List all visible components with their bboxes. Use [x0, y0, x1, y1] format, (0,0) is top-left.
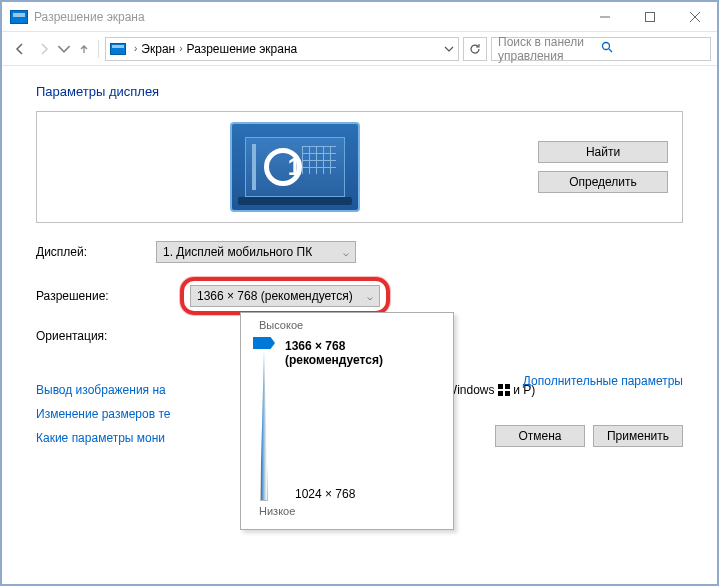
- monitor-preview-area[interactable]: 1: [51, 122, 538, 212]
- detect-button[interactable]: Определить: [538, 171, 668, 193]
- maximize-button[interactable]: [627, 2, 672, 31]
- display-select[interactable]: 1. Дисплей мобильного ПК ⌵: [156, 241, 356, 263]
- resolution-option-low[interactable]: 1024 × 768: [295, 487, 355, 501]
- highlight-ring: 1366 × 768 (рекомендуется) ⌵: [180, 277, 390, 315]
- window: Разрешение экрана ›: [1, 1, 718, 585]
- resolution-select[interactable]: 1366 × 768 (рекомендуется) ⌵: [190, 285, 380, 307]
- resolution-dropdown-popup: Высокое 1366 × 768 (рекомендуется) 1024 …: [240, 312, 454, 530]
- minimize-button[interactable]: [582, 2, 627, 31]
- nav-back-button[interactable]: [8, 37, 32, 61]
- resolution-option-recommended[interactable]: 1366 × 768 (рекомендуется): [285, 337, 441, 369]
- breadcrumb-leaf[interactable]: Разрешение экрана: [187, 42, 298, 56]
- chevron-right-icon: ›: [179, 43, 182, 54]
- window-controls: [582, 2, 717, 31]
- project-link[interactable]: Вывод изображения на: [36, 383, 166, 397]
- chevron-right-icon: ›: [134, 43, 137, 54]
- resolution-row: Разрешение: 1366 × 768 (рекомендуется) ⌵: [36, 277, 683, 315]
- display-row: Дисплей: 1. Дисплей мобильного ПК ⌵: [36, 241, 683, 263]
- display-preview-panel: 1 Найти Определить: [36, 111, 683, 223]
- search-input[interactable]: Поиск в панели управления: [491, 37, 711, 61]
- refresh-button[interactable]: [463, 37, 487, 61]
- search-placeholder: Поиск в панели управления: [498, 35, 601, 63]
- resolution-value: 1366 × 768 (рекомендуется): [197, 289, 353, 303]
- titlebar: Разрешение экрана: [2, 2, 717, 32]
- breadcrumb-root[interactable]: Экран: [141, 42, 175, 56]
- orientation-label: Ориентация:: [36, 329, 156, 343]
- nav-separator: [98, 40, 99, 58]
- advanced-link[interactable]: Дополнительные параметры: [523, 374, 683, 388]
- navbar: › Экран › Разрешение экрана Поиск в пане…: [2, 32, 717, 66]
- chevron-down-icon: ⌵: [343, 247, 349, 258]
- svg-point-4: [603, 43, 610, 50]
- monitor-number: 1: [288, 153, 301, 181]
- nav-recent-button[interactable]: [56, 37, 72, 61]
- chevron-down-icon: ⌵: [367, 291, 373, 302]
- windows-logo-icon: [498, 384, 510, 396]
- apply-button[interactable]: Применить: [593, 425, 683, 447]
- search-icon[interactable]: [601, 41, 704, 56]
- chevron-down-icon[interactable]: [444, 44, 454, 54]
- resolution-slider[interactable]: [253, 337, 275, 501]
- nav-forward-button[interactable]: [32, 37, 56, 61]
- slider-track: [260, 349, 268, 501]
- close-button[interactable]: [672, 2, 717, 31]
- svg-rect-1: [645, 12, 654, 21]
- find-button[interactable]: Найти: [538, 141, 668, 163]
- svg-line-5: [609, 49, 612, 52]
- scale-low-label: Низкое: [259, 505, 441, 517]
- nav-up-button[interactable]: [72, 37, 96, 61]
- monitor-icon: 1: [230, 122, 360, 212]
- cancel-button[interactable]: Отмена: [495, 425, 585, 447]
- address-icon: [110, 43, 126, 55]
- display-label: Дисплей:: [36, 245, 156, 259]
- address-bar[interactable]: › Экран › Разрешение экрана: [105, 37, 459, 61]
- display-settings-icon: [10, 10, 28, 24]
- window-title: Разрешение экрана: [34, 10, 582, 24]
- scale-high-label: Высокое: [259, 319, 441, 331]
- dialog-footer: Отмена Применить: [495, 425, 683, 447]
- resolution-label: Разрешение:: [36, 289, 156, 303]
- slider-thumb-icon[interactable]: [253, 337, 275, 349]
- page-heading: Параметры дисплея: [36, 84, 683, 99]
- display-value: 1. Дисплей мобильного ПК: [163, 245, 312, 259]
